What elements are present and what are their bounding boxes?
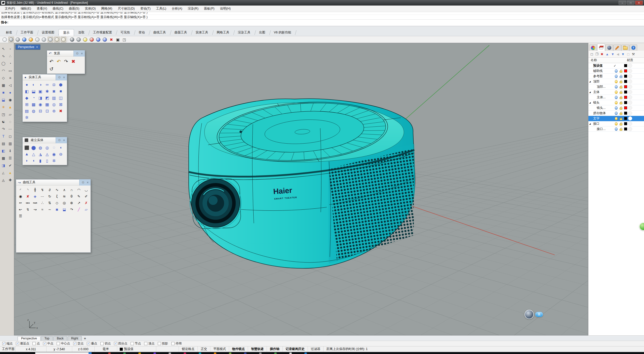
curve-tool-icon[interactable]: ≋ xyxy=(61,193,68,200)
osnap-option[interactable]: ✓ 交点 xyxy=(73,341,84,346)
tool-icon[interactable]: ✳ xyxy=(0,103,7,111)
undo-tool-icon[interactable]: ↷ xyxy=(62,58,70,65)
tool-icon[interactable]: ◻ xyxy=(7,132,14,140)
tool-icon[interactable]: ↷ xyxy=(0,125,7,132)
toolbar-tab[interactable]: 工作平面 xyxy=(16,29,37,36)
curve-tool-icon[interactable]: ↯ xyxy=(24,206,31,213)
solid-tool-icon[interactable]: ✱ xyxy=(44,88,51,95)
tool-icon[interactable]: ☰ xyxy=(7,154,14,162)
display-mode-icon[interactable] xyxy=(21,37,27,42)
gear-icon[interactable]: ⚙ xyxy=(58,75,61,79)
menu-item[interactable]: 尺寸标注(D) xyxy=(115,7,137,11)
tree-expand-icon[interactable]: ◢ xyxy=(589,80,591,83)
tool-icon[interactable]: ▭ xyxy=(7,67,14,74)
curve-tool-icon[interactable]: ⊕ xyxy=(68,200,75,206)
layer-visibility-bulb-icon[interactable] xyxy=(615,122,618,125)
layer-color-swatch[interactable] xyxy=(624,112,627,115)
menu-item[interactable]: 曲面(S) xyxy=(66,7,82,11)
display-mode-icon[interactable] xyxy=(34,37,40,42)
status-toggle[interactable]: 物件锁点 xyxy=(229,346,248,352)
osnap-option[interactable]: ✓ 最近点 xyxy=(16,341,29,346)
curve-tool-icon[interactable]: ∿ xyxy=(53,187,61,193)
layer-color-swatch[interactable] xyxy=(624,80,627,83)
layer-toolbar-icon[interactable]: ✖ xyxy=(600,53,603,56)
panel-tab[interactable]: ? xyxy=(629,45,637,51)
curve-tool-icon[interactable]: ◙ xyxy=(53,206,61,213)
curve-tool-icon[interactable]: ∂ xyxy=(46,187,53,193)
layer-row[interactable]: ◢ 顶部 ✓ xyxy=(588,79,644,84)
layer-material-circle[interactable] xyxy=(628,85,632,89)
solid-tool-icon[interactable]: ◫ xyxy=(57,95,64,101)
viewport-tab[interactable]: Top xyxy=(41,336,53,341)
curve-tool-icon[interactable]: ✘ xyxy=(24,193,31,200)
panel-tab[interactable] xyxy=(613,45,621,51)
osnap-option[interactable]: ✓ 切点 xyxy=(100,341,111,346)
osnap-checkbox[interactable]: ✓ xyxy=(87,342,90,345)
curve-tool-icon[interactable]: ↝ xyxy=(31,206,39,213)
curve-tool-icon[interactable]: ↻ xyxy=(46,193,53,200)
status-toggle[interactable]: 操作轴 xyxy=(267,346,283,352)
layer-toolbar-icon[interactable]: ▼ xyxy=(621,53,625,56)
display-mode-icon[interactable] xyxy=(102,37,108,42)
layer-row[interactable]: ◢ 接口... ✓ xyxy=(588,126,644,132)
layer-color-swatch[interactable] xyxy=(624,85,627,88)
solid-tool-icon[interactable]: ◧ xyxy=(23,88,30,95)
layer-toolbar-icon[interactable]: ▲ xyxy=(606,53,609,56)
four-view-icon[interactable]: ✚ xyxy=(82,336,88,341)
layer-row[interactable]: ◢ 镜头... ✓ xyxy=(588,105,644,111)
create-solid-icon[interactable]: ◖ xyxy=(57,144,64,151)
layer-color-swatch[interactable] xyxy=(624,64,627,67)
solid-tool-icon[interactable]: ● xyxy=(23,81,30,88)
curve-tool-icon[interactable]: ↗ xyxy=(75,200,83,206)
undo-panel-titlebar[interactable]: ↶ 复原 ⚙× xyxy=(47,51,85,57)
display-mode-icon[interactable] xyxy=(76,37,82,42)
display-mode-icon[interactable] xyxy=(61,37,66,42)
curve-tool-icon[interactable]: ╂ xyxy=(31,187,39,193)
curve-tool-icon[interactable]: ✗ xyxy=(83,200,90,206)
solid-tool-icon[interactable]: ◙ xyxy=(51,88,57,95)
toolbar-tab[interactable]: 选取 xyxy=(74,29,89,36)
solid-tool-icon[interactable]: ⊟ xyxy=(37,108,44,114)
tool-icon[interactable]: ⋯ xyxy=(7,125,14,132)
layer-lock-icon[interactable] xyxy=(620,108,622,110)
menu-item[interactable]: 变动(T) xyxy=(138,7,153,11)
display-mode-icon[interactable] xyxy=(95,37,101,42)
curve-tool-icon[interactable]: ✐ xyxy=(83,193,90,200)
display-mode-icon[interactable] xyxy=(28,37,34,42)
tree-expand-icon[interactable]: ◢ xyxy=(589,102,591,104)
toolbar-tab[interactable]: 出图 xyxy=(255,29,270,36)
layer-toolbar-icon[interactable]: ▼ xyxy=(611,53,614,56)
menu-item[interactable]: 编辑(E) xyxy=(18,7,34,11)
gear-icon[interactable]: ⚙ xyxy=(58,138,61,142)
layer-color-swatch[interactable] xyxy=(624,122,627,125)
create-solid-icon[interactable]: ▮ xyxy=(37,157,44,164)
layer-visibility-bulb-icon[interactable] xyxy=(615,106,618,110)
layer-visibility-bulb-icon[interactable] xyxy=(615,80,618,83)
osnap-checkbox[interactable]: ✓ xyxy=(144,342,147,345)
status-toggle[interactable]: 平面模式 xyxy=(210,346,229,352)
osnap-checkbox[interactable]: ✓ xyxy=(73,342,76,345)
curve-tool-icon[interactable]: ◜ xyxy=(17,187,24,193)
solid-tool-icon[interactable]: ⊚ xyxy=(51,108,57,114)
solid-tool-icon[interactable]: ◑ xyxy=(37,81,44,88)
layer-visibility-bulb-icon[interactable] xyxy=(615,117,618,120)
name-column-header[interactable]: 名称 xyxy=(588,58,597,62)
tool-icon[interactable]: ⇕ xyxy=(7,147,14,154)
create-solid-icon[interactable]: ◌ xyxy=(51,144,57,151)
menu-item[interactable]: 说明(H) xyxy=(217,7,233,11)
tool-icon[interactable]: ⬓ xyxy=(0,96,7,103)
create-solid-icon[interactable]: ◍ xyxy=(37,144,44,151)
viewport-tab[interactable]: Right xyxy=(68,336,82,341)
create-solid-icon[interactable]: ◎ xyxy=(44,144,51,151)
tool-icon[interactable]: ◨ xyxy=(0,162,7,169)
menu-item[interactable]: 实体(O) xyxy=(82,7,98,11)
osnap-option[interactable]: ✓ 中点 xyxy=(43,341,53,346)
layer-lock-icon[interactable] xyxy=(620,123,622,125)
close-icon[interactable]: × xyxy=(81,52,83,55)
curve-tool-icon[interactable]: ◠ xyxy=(75,187,83,193)
tool-icon[interactable]: ◔ xyxy=(7,60,14,67)
toolbar-tab[interactable]: 显示 xyxy=(59,29,74,36)
curve-tool-icon[interactable]: ◝ xyxy=(24,187,31,193)
curve-tools-titlebar[interactable]: ↝ 曲线工具 ⚙× xyxy=(16,180,91,186)
tool-icon[interactable]: ≡ xyxy=(7,74,14,81)
